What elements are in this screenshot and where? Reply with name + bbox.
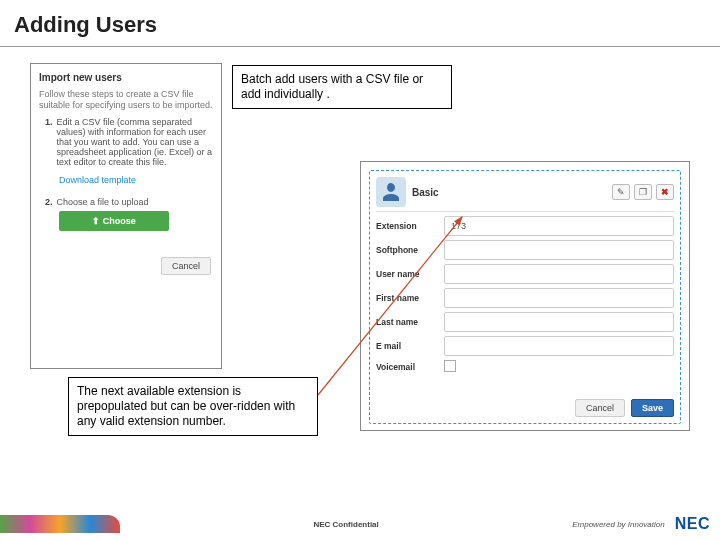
lastname-label: Last name: [376, 317, 444, 327]
import-panel-title: Import new users: [39, 72, 213, 83]
callout-batch-csv: Batch add users with a CSV file or add i…: [232, 65, 452, 109]
extension-label: Extension: [376, 221, 444, 231]
import-users-panel: Import new users Follow these steps to c…: [30, 63, 222, 369]
voicemail-label: Voicemail: [376, 362, 444, 372]
step-2-text: Choose a file to upload: [57, 197, 213, 207]
title-divider: [0, 46, 720, 47]
slide-footer: NEC Confidential Empowered by Innovation…: [0, 508, 720, 540]
choose-file-button[interactable]: Choose: [59, 211, 169, 231]
username-label: User name: [376, 269, 444, 279]
edit-icon[interactable]: ✎: [612, 184, 630, 200]
extension-input[interactable]: [444, 216, 674, 236]
import-intro-text: Follow these steps to create a CSV file …: [39, 89, 213, 111]
form-save-button[interactable]: Save: [631, 399, 674, 417]
add-user-form-panel: Basic ✎ ❐ ✖ Extension Softphone User nam…: [360, 161, 690, 431]
softphone-label: Softphone: [376, 245, 444, 255]
copy-icon[interactable]: ❐: [634, 184, 652, 200]
firstname-input[interactable]: [444, 288, 674, 308]
callout-extension-prepopulated: The next available extension is prepopul…: [68, 377, 318, 436]
voicemail-checkbox[interactable]: [444, 360, 456, 372]
softphone-input[interactable]: [444, 240, 674, 260]
step-2-number: 2.: [45, 197, 53, 207]
download-template-link[interactable]: Download template: [59, 175, 136, 185]
avatar-icon: [376, 177, 406, 207]
username-input[interactable]: [444, 264, 674, 284]
email-label: E mail: [376, 341, 444, 351]
footer-tagline: Empowered by Innovation: [572, 520, 665, 529]
step-1-number: 1.: [45, 117, 53, 167]
firstname-label: First name: [376, 293, 444, 303]
step-1-text: Edit a CSV file (comma separated values)…: [57, 117, 213, 167]
slide-title: Adding Users: [0, 0, 720, 46]
form-cancel-button[interactable]: Cancel: [575, 399, 625, 417]
user-card-name: Basic: [412, 187, 439, 198]
delete-icon[interactable]: ✖: [656, 184, 674, 200]
confidential-label: NEC Confidential: [120, 520, 572, 529]
lastname-input[interactable]: [444, 312, 674, 332]
import-cancel-button[interactable]: Cancel: [161, 257, 211, 275]
nec-logo: NEC: [675, 515, 710, 533]
footer-accent-bar: [0, 515, 120, 533]
email-input[interactable]: [444, 336, 674, 356]
